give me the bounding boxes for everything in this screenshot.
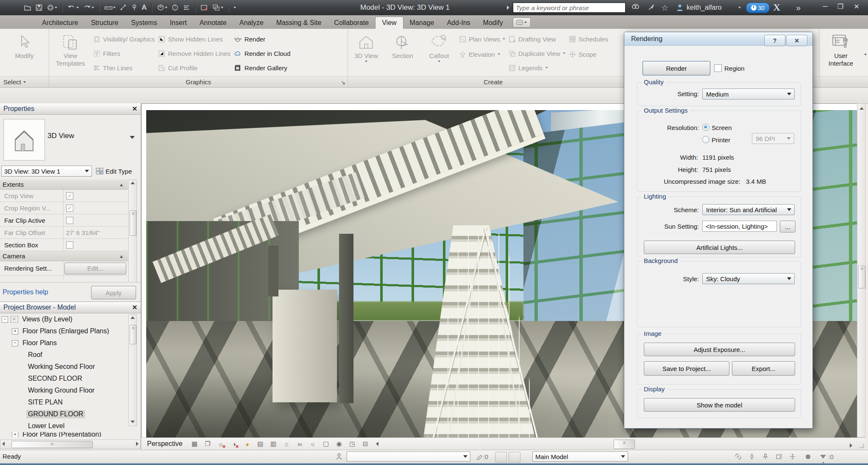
customize-qat-icon[interactable] (234, 7, 236, 8)
screen-radio[interactable] (702, 124, 709, 131)
open-icon[interactable] (24, 4, 31, 11)
toolbar-overflow-icon[interactable]: » (796, 2, 801, 13)
user-icon[interactable] (676, 2, 684, 13)
scroll-up-icon[interactable] (860, 107, 864, 110)
crop-view-icon[interactable]: ▤ (256, 440, 265, 448)
tree-item-floor-plans-presentation[interactable]: +Floor Plans (Presentation) (0, 432, 128, 437)
rendering-settings-edit-button[interactable]: Edit... (64, 263, 126, 274)
export-button[interactable]: Export... (732, 361, 795, 376)
tab-add-ins[interactable]: Add-Ins (440, 17, 476, 29)
property-row-far-clip-offset[interactable]: Far Clip Offset 27' 6 31/64" (0, 227, 128, 239)
aligned-dimension-icon[interactable] (120, 4, 127, 11)
tree-item-working-ground-floor[interactable]: Working Ground Floor (0, 385, 128, 396)
background-style-dropdown[interactable]: Sky: Cloudy (702, 273, 795, 284)
render-in-cloud-button[interactable]: Render in Cloud (234, 48, 290, 59)
dialog-launcher-icon[interactable]: ↘ (341, 79, 345, 86)
tree-item-floor-plans-enlarged[interactable]: +Floor Plans (Enlarged Plans) (0, 325, 128, 337)
show-rendering-dialog-icon[interactable]: ◕ (243, 440, 252, 448)
extents-group-header[interactable]: Extents▲ (0, 180, 128, 190)
tree-item-working-second-floor[interactable]: Working Second Floor (0, 361, 128, 373)
camera-group-header[interactable]: Camera▲ (0, 251, 128, 261)
worksharing-display-icon[interactable]: ◉ (335, 440, 344, 448)
reveal-hidden-elements-icon[interactable]: ○ (309, 440, 317, 448)
dialog-help-button[interactable]: ? (764, 35, 785, 46)
render-gallery-button[interactable]: Render Gallery (234, 62, 290, 73)
view-templates-button[interactable]: View Templates (51, 30, 90, 77)
select-panel-label[interactable]: Select (0, 76, 49, 87)
quality-setting-dropdown[interactable]: Medium (702, 89, 795, 100)
render-button[interactable]: Render (234, 33, 290, 44)
dpi-dropdown[interactable]: 96 DPI (752, 133, 794, 144)
browser-horizontal-scrollbar[interactable] (0, 440, 141, 449)
worksets-dropdown[interactable] (347, 451, 470, 462)
lighting-scheme-dropdown[interactable]: Interior: Sun and Artificial (702, 204, 795, 215)
sun-setting-browse-button[interactable]: ... (780, 221, 796, 233)
collapse-icon[interactable]: − (2, 316, 8, 323)
search-input[interactable] (513, 3, 626, 13)
scope-box-button[interactable]: Scope (569, 49, 608, 60)
design-options-dropdown[interactable]: Main Model (532, 451, 628, 462)
sun-path-off-icon[interactable]: ☼✕ (217, 440, 225, 448)
editing-requests-button[interactable]: :0 (473, 452, 492, 461)
property-row-section-box[interactable]: Section Box (0, 239, 128, 251)
edit-type-button[interactable]: Edit Type (96, 166, 138, 177)
graphics-panel-label[interactable]: Graphics↘ (49, 76, 348, 87)
favorites-star-icon[interactable]: ☆ (661, 2, 668, 13)
close-hidden-windows-icon[interactable] (200, 4, 209, 11)
user-interface-button[interactable]: User Interface (821, 30, 861, 77)
text-icon[interactable]: A (142, 3, 147, 12)
tab-massing-site[interactable]: Massing & Site (270, 17, 328, 29)
drafting-view-button[interactable]: Drafting View (509, 33, 565, 44)
properties-close-icon[interactable]: ✕ (132, 105, 137, 113)
schedules-button[interactable]: Schedules (569, 33, 608, 44)
project-browser-close-icon[interactable]: ✕ (132, 304, 137, 311)
adjust-exposure-button[interactable]: Adjust Exposure... (644, 343, 795, 356)
dialog-close-button[interactable]: ✕ (786, 35, 807, 46)
switch-windows-icon[interactable] (212, 4, 223, 11)
cut-profile-button[interactable]: Cut Profile (158, 62, 231, 73)
background-process-icon[interactable] (803, 452, 813, 461)
undo-icon[interactable] (67, 4, 79, 11)
tab-architecture[interactable]: Architecture (36, 17, 84, 29)
thin-lines-icon[interactable] (183, 4, 190, 11)
apply-button[interactable]: Apply (91, 286, 136, 299)
3d-view-button[interactable]: 3D View (350, 30, 383, 77)
artificial-lights-button[interactable]: Artificial Lights... (644, 241, 795, 254)
type-preview[interactable] (3, 119, 45, 161)
user-menu-chevron-icon[interactable] (738, 2, 741, 13)
select-underlay-icon[interactable] (747, 452, 757, 461)
thin-lines-button[interactable]: Thin Lines (93, 62, 155, 73)
reveal-constraints-icon[interactable]: ⊟ (361, 440, 370, 448)
tree-item-roof[interactable]: Roof (0, 349, 128, 361)
resize-grip-icon[interactable] (858, 443, 864, 448)
section-icon[interactable] (171, 4, 179, 11)
save-icon[interactable] (35, 4, 43, 11)
communication-center-icon[interactable] (647, 2, 655, 13)
rendering-dialog-titlebar[interactable]: Rendering ? ✕ (624, 32, 812, 46)
locked-3d-view-icon[interactable]: ⌂ (282, 440, 291, 448)
properties-help-link[interactable]: Properties help (3, 288, 48, 296)
properties-header[interactable]: Properties ✕ (0, 103, 141, 115)
tab-manage[interactable]: Manage (403, 17, 441, 29)
tab-modify[interactable]: Modify (477, 17, 509, 29)
plan-views-button[interactable]: Plan Views (459, 33, 505, 44)
select-links-icon[interactable] (733, 452, 743, 461)
select-pinned-icon[interactable] (760, 452, 771, 461)
visual-style-icon[interactable]: ▦ (190, 440, 199, 448)
checkbox-unchecked[interactable] (66, 217, 73, 224)
remove-hidden-lines-button[interactable]: Remove Hidden Lines (158, 48, 231, 59)
tab-annotate[interactable]: Annotate (193, 17, 233, 29)
ribbon-display-toggle[interactable] (513, 17, 531, 28)
temporary-view-properties-icon[interactable]: ▢ (322, 440, 331, 448)
filters-button[interactable]: Filters (93, 48, 155, 59)
duplicate-view-button[interactable]: Duplicate View (509, 48, 565, 59)
property-row-rendering-settings[interactable]: Rendering Sett... Edit... (0, 261, 128, 276)
tab-collaborate[interactable]: Collaborate (328, 17, 375, 29)
tree-item-site-plan[interactable]: SITE PLAN (0, 396, 128, 408)
render-button[interactable]: Render (643, 61, 710, 75)
editable-only-toggle[interactable] (495, 452, 507, 462)
collapse-vcb-icon[interactable] (376, 442, 378, 446)
close-button[interactable]: ✕ (849, 0, 864, 13)
tree-item-views-by-level[interactable]: −Views (By Level) (0, 313, 128, 325)
modify-button[interactable]: Modify (8, 30, 41, 77)
